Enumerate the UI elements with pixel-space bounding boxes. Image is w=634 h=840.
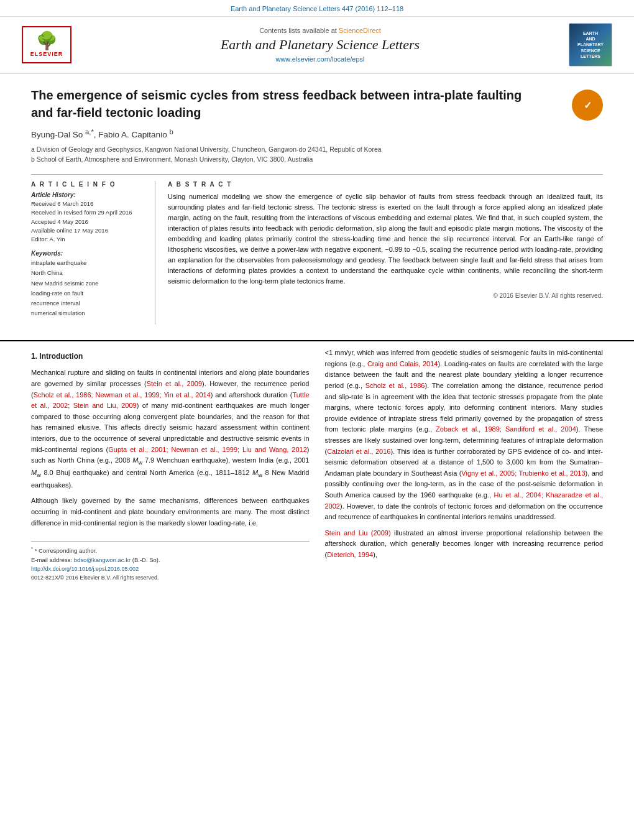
article-info-column: A R T I C L E I N F O Article History: R… xyxy=(31,181,155,325)
issn-line: 0012-821X/© 2016 Elsevier B.V. All right… xyxy=(31,573,310,582)
earth-logo: EARTHANDPLANETARYSCIENCELETTERS xyxy=(569,23,612,67)
revised-date: Received in revised form 29 April 2016 xyxy=(31,208,145,217)
intro-heading: 1. Introduction xyxy=(31,351,310,362)
right-para-1: <1 mm/yr, which was inferred from geodet… xyxy=(325,348,604,523)
elsevier-logo-box: 🌳 ELSEVIER xyxy=(22,26,71,63)
affiliations: a Division of Geology and Geophysics, Ka… xyxy=(31,144,603,165)
keyword-5: recurrence interval xyxy=(31,298,145,308)
main-content: 1. Introduction Mechanical rupture and s… xyxy=(0,340,634,594)
keywords-block: Keywords: intraplate earthquake North Ch… xyxy=(31,250,145,318)
keyword-6: numerical simulation xyxy=(31,308,145,318)
email-footnote: E-mail address: bdso@kangwon.ac.kr (B.-D… xyxy=(31,556,310,565)
keyword-4: loading-rate on fault xyxy=(31,288,145,298)
footnote-area: * * Corresponding author. E-mail address… xyxy=(31,541,310,582)
tree-icon: 🌳 xyxy=(36,32,58,50)
intro-para-2: Although likely governed by the same mec… xyxy=(31,496,310,528)
stein-2009-link[interactable]: Stein et al., 2009 xyxy=(147,380,202,387)
keywords-list: intraplate earthquake North China New Ma… xyxy=(31,258,145,318)
earth-logo-text: EARTHANDPLANETARYSCIENCELETTERS xyxy=(577,30,604,58)
history-title: Article History: xyxy=(31,192,145,198)
affiliation-a: a Division of Geology and Geophysics, Ka… xyxy=(31,144,603,155)
copyright-line: © 2016 Elsevier B.V. All rights reserved… xyxy=(168,292,603,299)
journal-title: Earth and Planetary Science Letters xyxy=(87,37,553,53)
crossmark-icon: ✓ xyxy=(572,90,603,121)
accepted-date: Accepted 4 May 2016 xyxy=(31,218,145,226)
email-link[interactable]: bdso@kangwon.ac.kr xyxy=(74,556,131,563)
hu-2004-link[interactable]: Hu et al., 2004; Khazaradze et al., 2002 xyxy=(325,491,604,510)
article-title-area: The emergence of seismic cycles from str… xyxy=(31,86,603,121)
corresponding-label: * Corresponding author. xyxy=(35,547,97,554)
dieterich-1994-link[interactable]: Dieterich, 1994 xyxy=(327,551,373,558)
abstract-text: Using numerical modeling we show the eme… xyxy=(168,192,603,287)
email-note: (B.-D. So). xyxy=(132,556,160,563)
journal-center: Contents lists available at ScienceDirec… xyxy=(75,27,566,63)
keyword-1: intraplate earthquake xyxy=(31,258,145,268)
gupta-2001-link[interactable]: Gupta et al., 2001; Newman et al., 1999;… xyxy=(108,446,307,453)
article-section: The emergence of seismic cycles from str… xyxy=(0,74,634,331)
main-col-right: <1 mm/yr, which was inferred from geodet… xyxy=(325,348,604,582)
zoback-1989-link[interactable]: Zoback et al., 1989; Sandiford et al., 2… xyxy=(436,425,576,433)
editor-name: A. Yin xyxy=(50,236,65,242)
article-title: The emergence of seismic cycles from str… xyxy=(31,86,541,121)
keyword-3: New Madrid seismic zone xyxy=(31,279,145,288)
elsevier-logo: 🌳 ELSEVIER xyxy=(19,26,75,63)
journal-logo-right: EARTHANDPLANETARYSCIENCELETTERS xyxy=(566,23,615,67)
journal-citation: Earth and Planetary Science Letters 447 … xyxy=(231,5,403,12)
elsevier-label: ELSEVIER xyxy=(30,51,63,57)
stein-liu-2009-link[interactable]: Stein and Liu (2009) xyxy=(325,529,391,537)
keyword-2: North China xyxy=(31,268,145,278)
keywords-title: Keywords: xyxy=(31,250,145,257)
available-date: Available online 17 May 2016 xyxy=(31,226,145,235)
page-wrapper: Earth and Planetary Science Letters 447 … xyxy=(0,0,634,840)
craig-calais-link[interactable]: Craig and Calais, 2014 xyxy=(367,360,438,367)
abstract-column: A B S T R A C T Using numerical modeling… xyxy=(168,181,603,325)
scholz-1986-link[interactable]: Scholz et al., 1986; Newman et al., 1999… xyxy=(34,391,211,399)
article-info-label: A R T I C L E I N F O xyxy=(31,181,145,188)
article-info-abstract: A R T I C L E I N F O Article History: R… xyxy=(31,174,603,325)
main-col-left: 1. Introduction Mechanical rupture and s… xyxy=(31,348,310,582)
scholz-1986b-link[interactable]: Scholz et al., 1986 xyxy=(365,382,425,389)
vigny-2005-link[interactable]: Vigny et al., 2005; Trubienko et al., 20… xyxy=(461,469,585,477)
email-label: E-mail address: xyxy=(31,556,72,563)
top-bar: Earth and Planetary Science Letters 447 … xyxy=(0,0,634,17)
editor-label: Editor: xyxy=(31,236,48,242)
authors: Byung-Dal So a,*, Fabio A. Capitanio b xyxy=(31,127,603,139)
two-col-main: 1. Introduction Mechanical rupture and s… xyxy=(31,348,603,582)
right-para-2: Stein and Liu (2009) illustrated an almo… xyxy=(325,528,604,561)
editor-info: Editor: A. Yin xyxy=(31,235,145,244)
journal-header: 🌳 ELSEVIER Contents lists available at S… xyxy=(0,17,634,74)
contents-available: Contents lists available at ScienceDirec… xyxy=(87,27,553,34)
sciencedirect-link[interactable]: ScienceDirect xyxy=(339,27,381,34)
abstract-label: A B S T R A C T xyxy=(168,181,603,188)
intro-para-1: Mechanical rupture and sliding on faults… xyxy=(31,367,310,491)
received-date: Received 6 March 2016 xyxy=(31,200,145,208)
article-history: Article History: Received 6 March 2016 R… xyxy=(31,192,145,244)
author-names: Byung-Dal So a,*, Fabio A. Capitanio b xyxy=(31,130,173,139)
doi-line[interactable]: http://dx.doi.org/10.1016/j.epsl.2016.05… xyxy=(31,565,310,573)
corresponding-author-note: * * Corresponding author. xyxy=(31,545,310,555)
journal-url: www.elsevier.com/locate/epsl xyxy=(87,55,553,63)
calzolari-2016-link[interactable]: Calzolari et al., 2016 xyxy=(327,448,390,455)
affiliation-b: b School of Earth, Atmosphere and Enviro… xyxy=(31,154,603,165)
